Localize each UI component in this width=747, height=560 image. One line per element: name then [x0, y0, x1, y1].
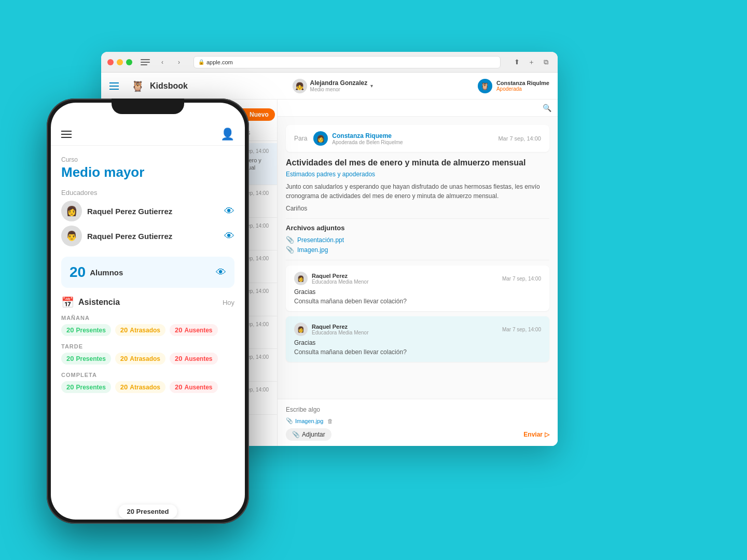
- share-button[interactable]: ⬆: [511, 57, 522, 68]
- header-right: 🦉 Constanza Riqulme Apoderada: [478, 79, 549, 93]
- send-button[interactable]: Enviar ▷: [523, 431, 549, 438]
- late-badge: 20 Atrasados: [115, 353, 165, 365]
- recipient-avatar: 👩: [313, 131, 328, 146]
- students-count: 20: [70, 264, 86, 281]
- reply-text: Consulta mañana deben llevar colación?: [294, 348, 541, 356]
- student-level: Medio menor: [310, 87, 368, 92]
- phone-wrapper: 👤 Curso Medio mayor Educadores 👩 Raquel …: [47, 99, 249, 524]
- recipient-label: Para: [294, 135, 307, 142]
- present-badge: 20 Presentes: [61, 353, 111, 365]
- reply-avatar: 👩: [294, 323, 308, 336]
- close-button[interactable]: [107, 59, 114, 65]
- phone-hamburger-menu[interactable]: [61, 131, 72, 138]
- student-selector[interactable]: 👧 Alejandra Gonzalez Medio menor ▾: [188, 79, 478, 93]
- send-button-label: Enviar: [523, 431, 543, 438]
- reply-avatar: 👩: [294, 272, 308, 285]
- course-name: Medio mayor: [61, 164, 234, 180]
- delete-attachment-button[interactable]: 🗑: [327, 418, 333, 424]
- absent-label: Ausentes: [184, 355, 212, 362]
- app-logo: 🦉 Kidsbook: [109, 78, 188, 94]
- absent-count: 20: [175, 326, 182, 334]
- compose-input[interactable]: [286, 406, 549, 413]
- students-left: 20 Alumnos: [70, 264, 123, 281]
- presented-badge: 20 Presented: [119, 505, 177, 519]
- address-bar[interactable]: 🔒 apple.com: [193, 56, 501, 68]
- detail-recipient: Para 👩 Constanza Riqueme Apoderada de Be…: [294, 131, 403, 146]
- att-row: 20 Presentes 20 Atrasados 20 Ausentes: [61, 353, 234, 365]
- reply-message: 👩 Raquel Perez Educadora Media Menor Mar…: [286, 265, 549, 311]
- phone-header: 👤: [51, 123, 245, 146]
- educator-name: Raquel Perez Gutierrez: [87, 232, 219, 241]
- detail-content: Para 👩 Constanza Riqueme Apoderada de Be…: [278, 117, 558, 399]
- attachments-title: Archivos adjuntos: [286, 224, 549, 232]
- att-period: COMPLETA: [61, 372, 234, 378]
- late-badge: 20 Atrasados: [115, 324, 165, 336]
- divider: [286, 218, 549, 219]
- late-count: 20: [120, 383, 128, 391]
- attachment-item[interactable]: 📎 Imagen.jpg: [286, 246, 549, 254]
- reply-sender-name: Raquel Perez: [312, 324, 369, 330]
- absent-badge: 20 Ausentes: [170, 324, 218, 336]
- late-label: Atrasados: [130, 384, 160, 391]
- educator-item: 👩 Raquel Perez Gutierrez 👁: [61, 201, 234, 221]
- message-signature: Cariños: [286, 205, 549, 212]
- student-name: Alejandra Gonzalez: [310, 79, 368, 87]
- back-button[interactable]: ‹: [156, 56, 169, 68]
- attachment-name: Presentación.ppt: [297, 236, 344, 244]
- minimize-button[interactable]: [117, 59, 123, 65]
- message-subject: Actividades del mes de enero y minuta de…: [286, 158, 549, 167]
- app-name: Kidsbook: [150, 81, 188, 91]
- new-tab-button[interactable]: ＋: [525, 57, 537, 68]
- phone-user-icon[interactable]: 👤: [220, 128, 234, 141]
- reply-date: Mar 7 sep, 14:00: [502, 276, 541, 282]
- sidebar-toggle-icon[interactable]: [141, 59, 150, 65]
- calendar-icon: 📅: [61, 296, 74, 309]
- present-badge: 20 Presentes: [61, 381, 111, 393]
- attach-button-label: Adjuntar: [302, 431, 325, 438]
- attendance-header: 📅 Asistencia Hoy: [61, 296, 234, 309]
- attachment-item[interactable]: 📎 Presentación.ppt: [286, 236, 549, 244]
- attachments-section: Archivos adjuntos 📎 Presentación.ppt 📎 I…: [286, 224, 549, 254]
- recipient-name: Constanza Riqueme: [332, 132, 403, 139]
- phone-frame: 👤 Curso Medio mayor Educadores 👩 Raquel …: [47, 99, 249, 524]
- attach-button[interactable]: 📎 Adjuntar: [286, 428, 331, 441]
- traffic-lights: [107, 59, 132, 65]
- att-row: 20 Presentes 20 Atrasados 20 Ausentes: [61, 324, 234, 336]
- eye-icon[interactable]: 👁: [216, 267, 226, 278]
- address-text: apple.com: [206, 59, 233, 65]
- absent-count: 20: [175, 355, 182, 362]
- divider: [286, 260, 549, 260]
- reply-text: Consulta mañana deben llevar colación?: [294, 298, 541, 305]
- lock-icon: 🔒: [198, 59, 204, 65]
- students-card[interactable]: 20 Alumnos 👁: [61, 257, 234, 288]
- reply-greeting: Gracias: [294, 339, 541, 346]
- present-count: 20: [66, 326, 74, 334]
- detail-date: Mar 7 sep, 14:00: [498, 135, 541, 142]
- maximize-button[interactable]: [126, 59, 132, 65]
- present-count: 20: [66, 355, 74, 362]
- reply-sender-info: Raquel Perez Educadora Media Menor: [312, 273, 369, 285]
- send-icon: ▷: [545, 431, 549, 438]
- reply-header: 👩 Raquel Perez Educadora Media Menor Mar…: [294, 272, 541, 285]
- user-profile: 🦉 Constanza Riqulme Apoderada: [478, 79, 549, 93]
- paperclip-icon: 📎: [286, 246, 294, 254]
- absent-count: 20: [175, 383, 182, 391]
- search-icon[interactable]: 🔍: [543, 104, 551, 112]
- educators-label: Educadores: [61, 189, 234, 197]
- tabs-button[interactable]: ⧉: [540, 57, 551, 68]
- eye-icon[interactable]: 👁: [224, 230, 234, 242]
- eye-icon[interactable]: 👁: [224, 205, 234, 217]
- att-row: 20 Presentes 20 Atrasados 20 Ausentes: [61, 381, 234, 393]
- hamburger-menu[interactable]: [109, 82, 119, 90]
- paperclip-icon: 📎: [292, 431, 300, 438]
- reply-sender-info: Raquel Perez Educadora Media Menor: [312, 324, 369, 335]
- attendance-block-tarde: TARDE 20 Presentes 20 Atrasados: [61, 343, 234, 365]
- late-label: Atrasados: [130, 327, 160, 334]
- reply-header: 👩 Raquel Perez Educadora Media Menor Mar…: [294, 323, 541, 336]
- present-label: Presentes: [76, 355, 105, 362]
- phone-content: 👤 Curso Medio mayor Educadores 👩 Raquel …: [51, 103, 245, 520]
- reply-greeting: Gracias: [294, 288, 541, 296]
- absent-label: Ausentes: [184, 384, 212, 391]
- attendance-block-completa: COMPLETA 20 Presentes 20 Atrasados: [61, 372, 234, 393]
- forward-button[interactable]: ›: [173, 56, 185, 68]
